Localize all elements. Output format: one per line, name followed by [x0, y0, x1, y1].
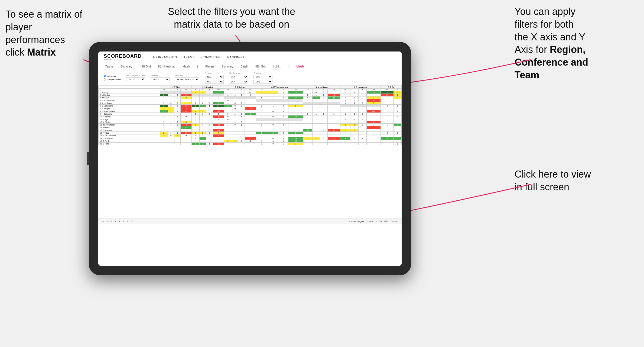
cell	[224, 97, 232, 99]
cell	[232, 137, 238, 140]
cell	[350, 140, 358, 143]
subnav-summary[interactable]: Summary	[119, 64, 134, 69]
matrix-container[interactable]: 1. W Ding 2. L Clanton 3. J Koivun 4. M …	[98, 86, 402, 219]
subnav-h2h-heatmap[interactable]: H2H Heatmap	[157, 64, 177, 69]
table-row: 9. N Gabrelcik 0100 0109 0101 110	[99, 113, 402, 115]
cell	[278, 107, 288, 110]
cell	[359, 105, 367, 107]
nav-rankings[interactable]: RANKINGS	[227, 56, 244, 59]
radio-full-view-input[interactable]	[104, 75, 106, 77]
toolbar-undo[interactable]: ↩	[102, 220, 104, 223]
toolbar-refresh[interactable]: ⟳	[110, 220, 112, 223]
player-name: 3. J Koivun	[99, 97, 160, 99]
cell: 1	[380, 97, 393, 99]
cell	[327, 126, 340, 129]
toolbar-share[interactable]: ↑ Share	[390, 220, 398, 223]
subnav-matrix-active[interactable]: Matrix	[295, 64, 306, 69]
cell	[181, 99, 191, 102]
table-row: 15. P Maichon -19 410-7 22	[99, 129, 402, 132]
toolbar-fullscreen[interactable]: ⊞⊞	[384, 220, 388, 223]
toolbar-layout[interactable]: ⊡▾	[379, 220, 382, 223]
toolbar-btn5[interactable]: ⊡	[131, 220, 133, 223]
cell	[312, 118, 320, 121]
cell	[350, 143, 358, 145]
cell	[268, 94, 278, 97]
toolbar-btn2[interactable]: ⊞	[119, 220, 121, 223]
cell	[320, 105, 327, 107]
subnav-detail[interactable]: Detail	[239, 64, 249, 69]
nav-committee[interactable]: COMMITTEE	[201, 56, 221, 59]
cell	[288, 94, 303, 97]
cell	[303, 124, 313, 126]
filter-conference-select1[interactable]: (All)	[229, 75, 248, 79]
nav-tournaments[interactable]: TOURNAMENTS	[152, 56, 177, 59]
cell	[256, 129, 268, 132]
subnav-players[interactable]: Players	[204, 64, 216, 69]
radio-compact-view[interactable]: Compact View	[104, 78, 121, 81]
cell: 13	[367, 91, 381, 94]
cell: 1	[256, 140, 268, 143]
filter-gender-select[interactable]: Men's	[151, 77, 170, 81]
cell	[238, 129, 245, 132]
cell: 1	[168, 121, 174, 124]
toolbar-btn3[interactable]: ⊟	[123, 220, 125, 223]
cell	[327, 134, 340, 137]
filter-region-select[interactable]: N/A	[205, 75, 224, 79]
cell: 0	[278, 110, 288, 113]
cell	[288, 110, 303, 113]
cell: 2	[303, 137, 313, 140]
cell	[206, 99, 213, 102]
filter-players-select2[interactable]: (All)	[253, 80, 272, 84]
filter-players-select1[interactable]: (All)	[253, 75, 272, 79]
cell: 1	[200, 97, 206, 99]
cell	[268, 118, 278, 121]
player-name: 5. M La Sasso	[99, 102, 160, 105]
cell: 0	[174, 107, 181, 110]
subnav-h2h-grid[interactable]: H2H Grid	[138, 64, 152, 69]
cell: 0	[174, 94, 181, 97]
cell: 0	[350, 137, 358, 140]
toolbar-btn1[interactable]: ⊕	[115, 220, 116, 223]
radio-full-view[interactable]: Full View	[104, 75, 121, 78]
cell: 2	[394, 94, 402, 97]
cell	[206, 94, 213, 97]
cell	[359, 121, 367, 124]
th-w5: W	[303, 89, 313, 91]
cell	[191, 129, 199, 132]
cell: 0	[268, 115, 278, 118]
cell	[213, 99, 224, 102]
cell: 0	[224, 99, 232, 102]
player-name: 19. D Ford	[99, 140, 160, 143]
nav-items: TOURNAMENTS TEAMS COMMITTEE RANKINGS	[152, 56, 244, 59]
radio-compact-view-input[interactable]	[104, 78, 106, 81]
cell: 17	[288, 91, 303, 94]
filter-region-select2[interactable]: N/A	[205, 80, 224, 84]
subnav-summary2[interactable]: Summary	[220, 64, 235, 69]
subnav-h2h-grid2[interactable]: H2H Grid	[253, 64, 268, 69]
subnav-h2h2[interactable]: H2H...	[272, 64, 283, 69]
annotation-line3: click	[5, 47, 27, 58]
table-row: 19. D Ford 220-1 10013	[99, 140, 402, 143]
filter-division-select[interactable]: NCAA Division I	[175, 77, 199, 81]
th-dif3: Dif	[245, 89, 256, 91]
cell: 1	[256, 115, 268, 118]
cell	[312, 110, 320, 113]
subnav-teams[interactable]: Teams	[104, 64, 115, 69]
toolbar-watch[interactable]: ⊙ Watch ▾	[367, 220, 377, 223]
cell: 0	[206, 110, 213, 113]
cell	[213, 126, 224, 129]
cell: 0	[206, 113, 213, 115]
nav-teams[interactable]: TEAMS	[184, 56, 194, 59]
toolbar-btn4[interactable]: ⊕	[127, 220, 129, 223]
filter-region-label: Region	[205, 72, 224, 74]
filter-conference-select2[interactable]: (All)	[229, 80, 248, 84]
cell	[320, 121, 327, 124]
cell: 0	[359, 102, 367, 105]
toolbar-redo[interactable]: ↪	[106, 220, 108, 223]
cell	[350, 134, 358, 137]
annotation-right-line1: You can applyfilters for boththe X axis …	[515, 6, 588, 81]
subnav-matrix[interactable]: Matrix	[181, 64, 191, 69]
filter-max-select[interactable]: Top 25	[126, 77, 145, 81]
cell: 1	[238, 124, 245, 126]
cell	[245, 132, 256, 134]
